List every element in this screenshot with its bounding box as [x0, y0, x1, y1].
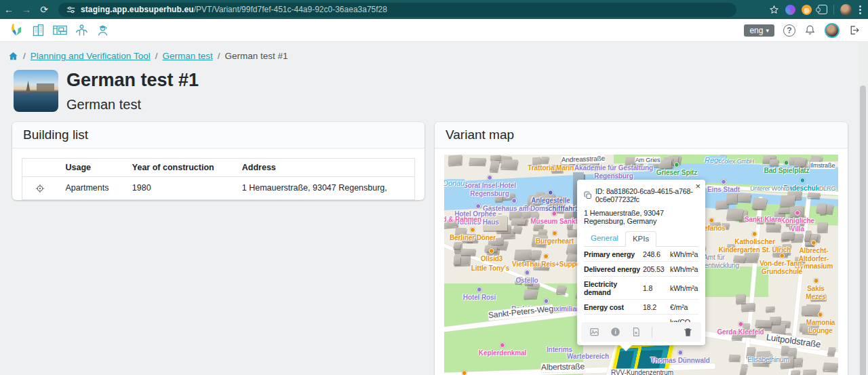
kpi-unit: €/m²a [670, 303, 698, 311]
kpi-label: Delivered energy [584, 265, 641, 273]
map-poi-label: Unterer Wöhrd [750, 185, 789, 192]
kpi-value: 205.53 [643, 265, 668, 273]
site-settings-icon[interactable] [66, 5, 75, 14]
breadcrumb: / Planning and Verification Tool / Germa… [8, 51, 288, 61]
building-address: 1 Hemauerstraße, 93047 Regensburg, [234, 177, 415, 200]
kpi-row: Electricity demand1.8kWh/m²a [584, 277, 698, 300]
locate-building-icon[interactable] [35, 183, 45, 193]
footer-divider [652, 327, 652, 338]
map-poi-label: Burgerheart [536, 231, 574, 245]
map-poi-label: Hotel Rosi [463, 287, 496, 302]
building-id: ID: 8a818620-6ca9-4615-a768-0c6e077232fc [595, 187, 698, 203]
map-poi-label: Gerda Kleefeld [717, 321, 764, 336]
extensions-puzzle-icon[interactable] [818, 5, 827, 14]
browser-reload-icon[interactable]: ⟳ [35, 4, 53, 15]
extension-icon[interactable] [785, 5, 795, 15]
close-icon[interactable]: × [695, 181, 701, 191]
map-poi-label: Donau [444, 179, 465, 188]
kpi-value: 248.6 [643, 250, 668, 258]
url-host: staging.app.eubsuperhub.eu [81, 5, 194, 14]
training-module-icon[interactable] [96, 23, 110, 37]
plan-module-icon[interactable] [52, 23, 68, 37]
breadcrumb-link-pvt[interactable]: Planning and Verification Tool [31, 51, 151, 61]
map-poi-label: Wartebereich [567, 353, 609, 361]
map-poi-label: Mamonia Lounge [806, 312, 835, 334]
notifications-bell-icon[interactable] [804, 24, 816, 36]
trash-icon[interactable] [683, 327, 693, 338]
map-poi-label: Gästehaus am Dom [483, 198, 545, 213]
column-header-icon [22, 159, 58, 177]
breadcrumb-link-project[interactable]: German test [162, 51, 212, 61]
map-poi-label: Little Tony's [471, 264, 509, 273]
map-poi-label: Sorat Insel-Hotel Regensburg [463, 175, 516, 197]
buildings-module-icon[interactable] [31, 23, 45, 37]
map-poi-label: Sakis Mezes [805, 278, 827, 300]
column-header-address: Address [234, 159, 415, 177]
map-poi-label: Ostello [515, 270, 538, 285]
browser-profile-avatar[interactable] [840, 4, 852, 16]
map-poi-label: Von-der-Tann- Grundschule [760, 253, 804, 275]
map-poi-label: Viet Thai Reis+Suppe [512, 254, 580, 269]
kpi-value: 1.8 [643, 284, 668, 292]
page-scrollbar[interactable] [858, 42, 868, 375]
breadcrumb-separator: / [155, 51, 158, 61]
breadcrumb-separator: / [23, 51, 26, 61]
kpi-row: Primary energy248.6kWh/m²a [584, 247, 698, 262]
popup-footer [581, 322, 701, 342]
bookmark-star-icon[interactable] [769, 5, 779, 15]
app-header: eng ▾ ? [0, 19, 868, 42]
toolbar-divider [833, 5, 834, 14]
map-poi-label: Thomas Dünnwald [650, 350, 709, 365]
home-icon[interactable] [8, 51, 18, 61]
variant-map[interactable]: AndreasstraßeAm GriesTrattoria MarinaAka… [444, 155, 838, 375]
image-icon[interactable] [589, 327, 599, 337]
map-poi-label: Albrecht-Altdorfer- Gymnasium [795, 240, 833, 271]
language-label: eng [749, 26, 763, 35]
map-poi-label: Königliche Villa [777, 210, 818, 233]
browser-toolbar: ← → ⟳ staging.app.eubsuperhub.eu/PVT/Var… [0, 0, 868, 19]
browser-back-icon[interactable]: ← [0, 4, 18, 15]
building-address: 1 Hemauerstraße, 93047 Regensburg, Germa… [577, 203, 705, 225]
browser-forward-icon[interactable]: → [18, 4, 35, 15]
app-logo[interactable] [8, 22, 24, 39]
scrollbar-thumb[interactable] [860, 85, 866, 375]
map-poi-label: Interims [547, 346, 572, 354]
kpi-unit: kWh/m²a [670, 250, 698, 258]
copy-icon[interactable] [584, 191, 592, 199]
map-poi-label: Katholischer Kindergarten St. Ulrich [719, 231, 791, 254]
breadcrumb-separator: / [218, 51, 220, 61]
logout-icon[interactable] [848, 24, 860, 36]
building-list-panel: Building list Usage Year of construction… [12, 122, 425, 200]
user-avatar[interactable] [825, 23, 840, 38]
map-poi-label: Anlegestelle Donauschifffahrt [524, 190, 577, 212]
kpi-row: Delivered energy205.53kWh/m²a [584, 262, 698, 277]
page-title: German test #1 [66, 70, 199, 91]
map-poi-label: Am Gries [635, 157, 660, 163]
map-poi-label: Elisabethinum [747, 356, 789, 364]
page-subtitle: German test [66, 97, 199, 113]
kpi-value: 18.2 [643, 303, 668, 311]
tab-general[interactable]: General [584, 231, 625, 246]
map-poi-label: Milchschwammerl [444, 370, 493, 375]
language-selector[interactable]: eng ▾ [744, 24, 774, 37]
building-list-title: Building list [12, 122, 425, 149]
kpi-unit: kWh/m²a [670, 265, 698, 273]
help-icon[interactable]: ? [783, 24, 795, 37]
chevron-down-icon: ▾ [766, 27, 769, 34]
verification-module-icon[interactable] [75, 23, 89, 37]
url-path: /PVT/Variant/99fd7fef-451c-44a9-92c0-36a… [194, 5, 387, 14]
building-row[interactable]: Apartments19801 Hemauerstraße, 93047 Reg… [22, 177, 415, 200]
map-poi-label: Grieser Spitz [656, 162, 697, 177]
kpi-label: Primary energy [584, 250, 641, 258]
kpi-unit: kWh/m²a [670, 284, 698, 292]
extension-pet-icon[interactable] [802, 5, 812, 15]
info-icon[interactable] [610, 327, 620, 337]
address-bar[interactable]: staging.app.eubsuperhub.eu/PVT/Variant/9… [58, 3, 736, 17]
browser-menu-icon[interactable] [858, 4, 863, 16]
variant-map-panel: Variant map AndreasstraßeAm GriesTra [435, 122, 848, 375]
report-file-icon[interactable] [631, 327, 641, 337]
tab-kpis[interactable]: KPIs [625, 231, 656, 247]
map-poi-label: DLRG [819, 185, 836, 192]
map-poi-label: colex GmbH [722, 158, 755, 165]
variant-thumbnail [14, 70, 58, 112]
